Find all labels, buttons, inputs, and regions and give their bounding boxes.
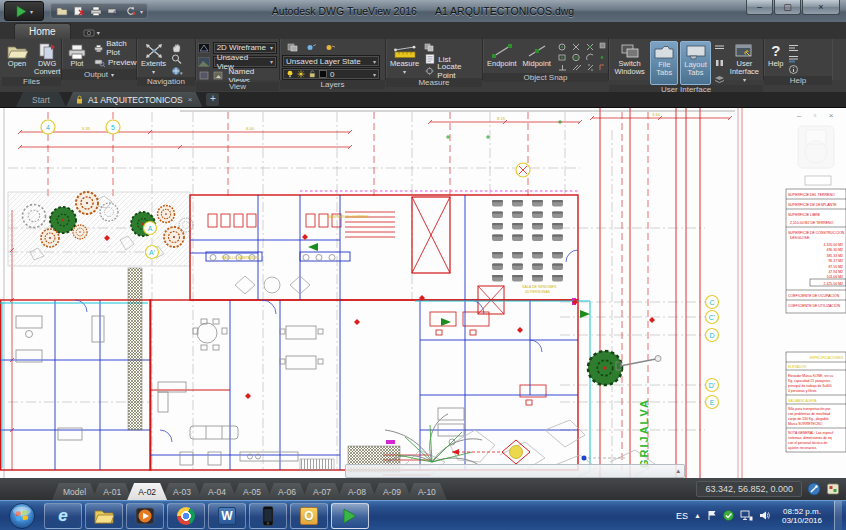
close-button[interactable]: ×	[802, 0, 840, 15]
zoom-icon[interactable]	[170, 54, 183, 65]
doc-minimize-icon[interactable]: –	[794, 111, 804, 120]
qat-preview-icon[interactable]	[106, 5, 120, 17]
layer-isolate-icon[interactable]	[286, 42, 299, 53]
taskbar-chrome-icon[interactable]	[167, 503, 205, 529]
tab-home[interactable]: Home	[14, 23, 71, 39]
notes-line: Silla para transportación por	[788, 407, 831, 411]
layout-tabs-toggle[interactable]: Layout Tabs	[680, 41, 711, 85]
command-expand-icon[interactable]: ▴	[676, 467, 680, 475]
layout-tab-a05[interactable]: A-05	[232, 483, 272, 500]
snap-modes-grid[interactable]	[555, 41, 607, 73]
file-tab-start[interactable]: Start	[16, 92, 66, 107]
layer-lock-icon[interactable]	[324, 42, 337, 53]
taskbar-ie-icon[interactable]: e	[44, 503, 82, 529]
taskbar-trueview-icon[interactable]	[331, 503, 369, 529]
preview-button[interactable]: Preview	[92, 56, 138, 68]
layer-select[interactable]: 0 ▾	[282, 68, 380, 80]
taskbar-clock[interactable]: 08:52 p.m. 03/10/2016	[776, 507, 828, 525]
help-button[interactable]: ? Help	[766, 41, 785, 76]
locate-point-button[interactable]: Locate Point	[423, 65, 480, 77]
taskbar-phone-icon[interactable]	[249, 503, 287, 529]
help-topics-icon[interactable]	[787, 42, 800, 53]
layout-tab-a03[interactable]: A-03	[162, 483, 202, 500]
help-highlight-icon[interactable]	[787, 53, 800, 64]
drawing-canvas[interactable]: – ▫ ×	[0, 108, 846, 478]
annotation-monitor-icon[interactable]	[807, 482, 821, 496]
plot-button[interactable]: Plot	[64, 41, 90, 69]
dwg-convert-button[interactable]: DWG Convert	[32, 41, 62, 77]
minimize-button[interactable]: –	[746, 0, 773, 15]
doc-close-icon[interactable]: ×	[826, 111, 836, 120]
file-tab-active[interactable]: A1 ARQUITECTONICOS ×	[66, 92, 202, 107]
start-button[interactable]	[8, 502, 36, 530]
file-tabs-toggle[interactable]: File Tabs	[650, 41, 678, 85]
endpoint-button[interactable]: Endpoint	[485, 41, 519, 73]
doc-restore-icon[interactable]: ▫	[810, 111, 820, 120]
tray-expand-icon[interactable]: ▲	[694, 512, 701, 519]
network-icon[interactable]	[740, 510, 753, 521]
title-bar: ▾ ▾ Autodesk DWG TrueView 2016 A1 ARQUIT…	[0, 0, 846, 22]
quick-measure-icon[interactable]	[423, 42, 436, 53]
language-indicator[interactable]: ES	[676, 511, 688, 521]
info-icon[interactable]	[787, 64, 800, 75]
notes-subheader: ELEVADOR	[788, 365, 807, 369]
command-line-collapsed[interactable]: ▴	[345, 464, 685, 478]
tab-close-icon[interactable]: ×	[188, 95, 193, 104]
qat-refresh-icon[interactable]	[123, 5, 137, 17]
layer-state-value: Unsaved Layer State	[286, 57, 361, 66]
layout-tab-a08[interactable]: A-08	[337, 483, 377, 500]
dwg-convert-icon	[37, 42, 57, 60]
layer-state-select[interactable]: Unsaved Layer State▾	[282, 55, 380, 67]
new-tab-button[interactable]: +	[206, 93, 219, 106]
pause-bars-icon[interactable]	[713, 58, 726, 69]
switch-windows-button[interactable]: Switch Windows	[611, 41, 648, 85]
plot-label: Plot	[71, 60, 84, 68]
layout-tab-a10[interactable]: A-10	[407, 483, 447, 500]
taskbar-explorer-icon[interactable]	[85, 503, 123, 529]
layout-tab-a01[interactable]: A-01	[92, 483, 132, 500]
isolate-objects-icon[interactable]	[826, 482, 840, 496]
action-center-flag-icon[interactable]	[707, 510, 717, 521]
workspace-switcher[interactable]: ▾	[79, 25, 104, 39]
qat-close-drawing-icon[interactable]	[72, 5, 86, 17]
list-icon	[425, 54, 435, 64]
qat-open-icon[interactable]	[55, 5, 69, 17]
open-button[interactable]: Open	[4, 41, 30, 77]
output-panel-launcher-icon[interactable]: ▾	[111, 71, 114, 78]
layout-tab-a06[interactable]: A-06	[267, 483, 307, 500]
taskbar-media-player-icon[interactable]	[126, 503, 164, 529]
layout-tab-a09[interactable]: A-09	[372, 483, 412, 500]
batch-plot-button[interactable]: Batch Plot	[92, 42, 138, 54]
layout-tab-a02[interactable]: A-02	[127, 483, 167, 500]
named-views-button[interactable]: Named Views	[227, 70, 277, 82]
application-menu-button[interactable]: ▾	[4, 1, 44, 21]
midpoint-button[interactable]: Midpoint	[521, 41, 553, 73]
qat-customize-caret-icon[interactable]: ▾	[140, 8, 143, 15]
view-forward-icon[interactable]	[212, 70, 224, 81]
plot-printer-icon	[66, 42, 88, 60]
user-interface-button[interactable]: User Interface ▾	[728, 41, 761, 85]
layout-tab-a04[interactable]: A-04	[197, 483, 237, 500]
grid-bubble-label: D'	[709, 382, 715, 389]
view-back-icon[interactable]	[198, 70, 210, 81]
pan-icon[interactable]	[170, 42, 183, 53]
layer-freeze-icon[interactable]	[305, 42, 318, 53]
area-value: 4,320.00 M2	[824, 243, 844, 247]
snap-modes-icons	[555, 41, 607, 73]
visual-style-caret-icon: ▾	[270, 44, 273, 51]
measure-button[interactable]: Measure ▾	[388, 41, 421, 78]
show-desktop-button[interactable]	[834, 501, 842, 530]
status-bar-menu-icon[interactable]	[713, 42, 726, 53]
maximize-button[interactable]: ▢	[774, 0, 801, 15]
stacked-sheets-icon[interactable]	[713, 73, 726, 84]
extents-button[interactable]: Extents ▾	[139, 41, 168, 77]
steering-wheel-icon[interactable]: ▾	[170, 65, 183, 76]
layout-tab-a07[interactable]: A-07	[302, 483, 342, 500]
viewcube[interactable]	[798, 126, 834, 168]
taskbar-outlook-icon[interactable]: O	[290, 503, 328, 529]
qat-plot-icon[interactable]	[89, 5, 103, 17]
volume-icon[interactable]	[759, 510, 770, 521]
taskbar-word-icon[interactable]: W	[208, 503, 246, 529]
antivirus-icon[interactable]	[723, 510, 734, 521]
layout-tab-model[interactable]: Model	[52, 483, 97, 500]
